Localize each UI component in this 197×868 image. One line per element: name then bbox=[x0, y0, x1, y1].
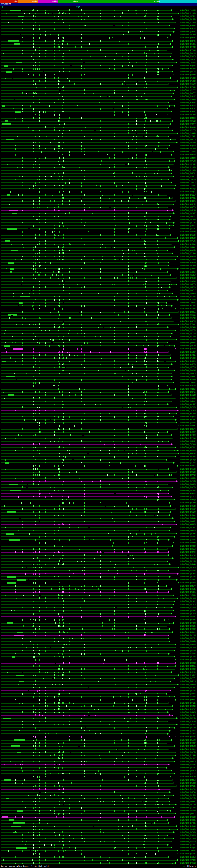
hit-accession-label[interactable]: UniRef100_Q4A8I7 bbox=[180, 350, 197, 353]
hit-accession-label[interactable]: UniRef100_Q4A2B5 bbox=[180, 52, 197, 55]
hit-accession-label[interactable]: UniRef100_Q56WD9 bbox=[180, 514, 197, 517]
hit-accession-label[interactable]: UniRef100_O04603 bbox=[180, 683, 197, 686]
hit-accession-label[interactable]: UniRef100_Q8L5W3 bbox=[180, 658, 197, 661]
alignment-row[interactable]: UniRef100_B8QX66 bbox=[0, 310, 197, 313]
alignment-row[interactable]: UniRef100_Q9SJQ0 bbox=[0, 458, 197, 461]
alignment-row[interactable]: UniRef100_B9S524 bbox=[0, 234, 197, 237]
hit-accession-label[interactable]: UniRef100_UP1000... bbox=[180, 113, 197, 116]
alignment-row[interactable]: UniRef100_B7QN34 bbox=[0, 98, 197, 101]
hit-accession-label[interactable]: UniRef100_Q9FJQ2 bbox=[180, 45, 197, 49]
alignment-row[interactable]: UniRef100_Q9SRH5 bbox=[0, 643, 197, 646]
alignment-row[interactable]: UniRef100_A8MS81 bbox=[0, 477, 197, 480]
hit-accession-label[interactable]: UniRef100_Q8VYN3 bbox=[180, 473, 197, 477]
hit-accession-label[interactable]: UniRef100_A9PG57 bbox=[180, 403, 197, 406]
alignment-row[interactable]: UniRef100_A2XDM1 bbox=[0, 424, 197, 427]
alignment-row[interactable]: UniRef100_Q5TU53 bbox=[0, 86, 197, 89]
hit-accession-label[interactable]: UniRef100_B7PFE7 bbox=[180, 89, 197, 92]
hit-accession-label[interactable]: UniRef100_B7Q310 bbox=[180, 144, 197, 147]
alignment-row[interactable]: UniRef100_A8P059 bbox=[0, 162, 197, 166]
hit-accession-label[interactable]: UniRef100_Q3HTK5 bbox=[180, 39, 197, 42]
hit-accession-label[interactable]: UniRef100_Q8S3D1 bbox=[180, 843, 197, 846]
alignment-row[interactable]: UniRef100_B6U1H9 bbox=[0, 384, 197, 388]
alignment-row[interactable]: UniRef100_Q9SYV4 bbox=[0, 575, 197, 578]
alignment-row[interactable]: UniRef100_Q9C522 bbox=[0, 467, 197, 470]
hit-accession-label[interactable]: UniRef100_A75PB3 bbox=[180, 316, 197, 320]
alignment-row[interactable]: UniRef100_B9MZE0 bbox=[0, 283, 197, 286]
alignment-row[interactable]: UniRef100_UP1000... bbox=[0, 33, 197, 36]
alignment-row[interactable]: UniRef100_UP1000... bbox=[0, 113, 197, 116]
alignment-row[interactable]: UniRef100_O65202 bbox=[0, 695, 197, 698]
alignment-row[interactable]: UniRef100_B0TG11 bbox=[0, 15, 197, 18]
hit-accession-label[interactable]: UniRef100_Q5TU53 bbox=[180, 86, 197, 89]
alignment-row[interactable]: UniRef100_A9TWE3 bbox=[0, 455, 197, 458]
hit-accession-label[interactable]: UniRef100_Q4A2U1 bbox=[180, 126, 197, 129]
alignment-row[interactable]: UniRef100_A9PG57 bbox=[0, 403, 197, 406]
hit-accession-label[interactable]: UniRef100_P24495 bbox=[180, 132, 197, 135]
alignment-row[interactable]: UniRef100_B8A9L3 bbox=[0, 372, 197, 375]
hit-accession-label[interactable]: UniRef100_B9S5W0 bbox=[180, 243, 197, 246]
alignment-row[interactable]: UniRef100_Q2R2W2 bbox=[0, 421, 197, 424]
hit-accession-label[interactable]: UniRef100_C0HFV3 bbox=[180, 849, 197, 852]
alignment-row[interactable]: UniRef100_Q9LFU0 bbox=[0, 646, 197, 649]
alignment-row[interactable]: UniRef100_Q9SW83 bbox=[0, 815, 197, 818]
hit-accession-label[interactable]: UniRef100_Q9STW9 bbox=[180, 726, 197, 729]
alignment-row[interactable]: UniRef100_A9S7T0 bbox=[0, 363, 197, 366]
alignment-row[interactable]: UniRef100_C5X0C4 bbox=[0, 270, 197, 273]
alignment-row[interactable]: UniRef100_Q42418 bbox=[0, 729, 197, 732]
alignment-row[interactable]: UniRef100_C1E437 bbox=[0, 184, 197, 187]
hit-accession-label[interactable]: UniRef100_P39709 bbox=[180, 261, 197, 264]
alignment-row[interactable]: UniRef100_A2YLR2 bbox=[0, 159, 197, 162]
hit-accession-label[interactable]: UniRef100_B6U1H9 bbox=[180, 384, 197, 388]
hit-accession-label[interactable]: UniRef100_A2YLR2 bbox=[180, 159, 197, 162]
alignment-row[interactable]: UniRef100_UP1000... bbox=[0, 837, 197, 840]
hit-accession-label[interactable]: UniRef100_B4FR29 bbox=[180, 378, 197, 381]
hit-accession-label[interactable]: UniRef100_Q9LFU0 bbox=[180, 646, 197, 649]
alignment-row[interactable]: UniRef100_C5M119 bbox=[0, 178, 197, 181]
hit-accession-label[interactable]: UniRef100_Q9FKS6 bbox=[180, 480, 197, 483]
hit-accession-label[interactable]: UniRef100_Q9SW83 bbox=[180, 815, 197, 818]
alignment-row[interactable]: UniRef100_B1NFM8 bbox=[0, 320, 197, 323]
alignment-row[interactable]: UniRef100_Q8L9Y3 bbox=[0, 566, 197, 569]
alignment-row[interactable]: UniRef100_Q8GW45 bbox=[0, 517, 197, 520]
alignment-row[interactable]: UniRef100_Q9LHB7 bbox=[0, 757, 197, 760]
alignment-row[interactable]: UniRef100_Q3HTK5 bbox=[0, 39, 197, 42]
hit-accession-label[interactable]: UniRef100_Q1SGZ8 bbox=[180, 394, 197, 397]
hit-accession-label[interactable]: UniRef100_A4S1Y9 bbox=[180, 83, 197, 86]
hit-accession-label[interactable]: UniRef100_A3C5W6 bbox=[180, 313, 197, 316]
alignment-row[interactable]: UniRef100_Q39337 bbox=[0, 30, 197, 33]
hit-accession-label[interactable]: UniRef100_A8MS81 bbox=[180, 477, 197, 480]
hit-accession-label[interactable]: UniRef100_B9HIN2 bbox=[180, 153, 197, 156]
alignment-row[interactable]: UniRef100_O04331 bbox=[0, 615, 197, 618]
hit-accession-label[interactable]: UniRef100_B9S524 bbox=[180, 234, 197, 237]
hit-accession-label[interactable]: UniRef100_A7UVF7 bbox=[180, 123, 197, 126]
alignment-row[interactable]: UniRef100_Q9FMC9 bbox=[0, 769, 197, 772]
alignment-row[interactable]: UniRef100_Q8VWQ5 bbox=[0, 784, 197, 787]
hit-accession-label[interactable]: UniRef100_B9MXM6 bbox=[180, 452, 197, 455]
hit-accession-label[interactable]: UniRef100_B3H4R1 bbox=[180, 246, 197, 249]
hit-accession-label[interactable]: UniRef100_A9TWE3 bbox=[180, 455, 197, 458]
alignment-row[interactable]: UniRef100_Q84TI4 bbox=[0, 772, 197, 775]
hit-accession-label[interactable]: UniRef100_Q9XVW0 bbox=[180, 218, 197, 221]
hit-accession-label[interactable]: UniRef100_O22944 bbox=[180, 754, 197, 757]
alignment-row[interactable]: UniRef100_Q70XE3 bbox=[0, 55, 197, 58]
hit-accession-label[interactable]: UniRef100_Q9M362 bbox=[180, 778, 197, 781]
hit-accession-label[interactable]: UniRef100_B4FQW4 bbox=[180, 846, 197, 849]
alignment-row[interactable]: UniRef100_B6SV91 bbox=[0, 440, 197, 443]
hit-accession-label[interactable]: UniRef100_B7QA08 bbox=[180, 277, 197, 280]
hit-accession-label[interactable]: UniRef100_B8QX66 bbox=[180, 310, 197, 313]
alignment-row[interactable]: UniRef100_Q9FZC1 bbox=[0, 677, 197, 680]
alignment-row[interactable]: UniRef100_C0P4V8 bbox=[0, 381, 197, 384]
alignment-row[interactable]: UniRef100_A3BX00 bbox=[0, 255, 197, 258]
alignment-row[interactable]: UniRef100_A8MRQ9 bbox=[0, 498, 197, 501]
alignment-row[interactable]: UniRef100_B7P9W0 bbox=[0, 252, 197, 255]
hit-accession-label[interactable]: UniRef100_B7P671 bbox=[180, 110, 197, 113]
alignment-row[interactable]: UniRef100_Q9XVW0 bbox=[0, 218, 197, 221]
alignment-row[interactable]: UniRef100_A4NCZ0 bbox=[0, 206, 197, 209]
hit-accession-label[interactable]: UniRef100_A8J1N3 bbox=[180, 120, 197, 123]
alignment-row[interactable]: UniRef100_A4S1Y9 bbox=[0, 83, 197, 86]
alignment-row[interactable]: UniRef100_B9DHQ1 bbox=[0, 520, 197, 523]
hit-accession-label[interactable]: UniRef100_A3BK83 bbox=[180, 249, 197, 252]
alignment-row[interactable]: UniRef100_Q39099 bbox=[0, 545, 197, 548]
alignment-row[interactable]: UniRef100_A9NUW4 bbox=[0, 388, 197, 391]
hit-accession-label[interactable]: UniRef100_Q9SD40 bbox=[180, 563, 197, 566]
